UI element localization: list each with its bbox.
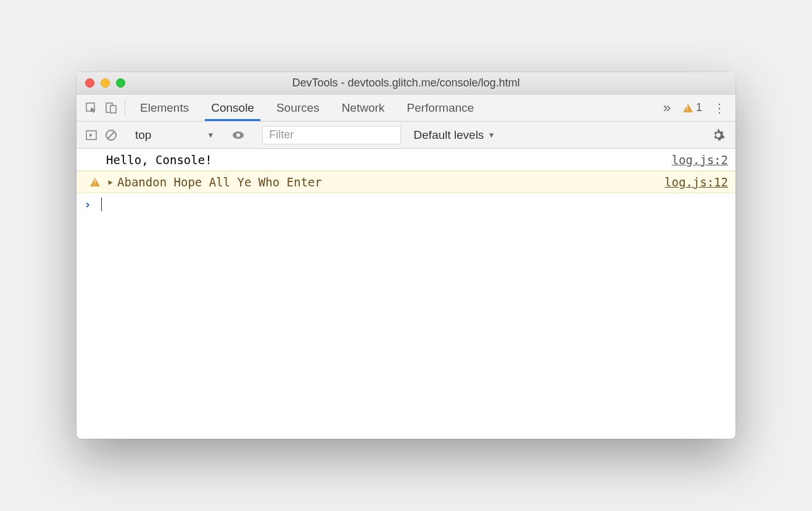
text-cursor [101,197,102,211]
svg-point-7 [236,133,240,137]
window-title: DevTools - devtools.glitch.me/console/lo… [84,77,728,89]
warnings-count: 1 [696,101,702,114]
tab-console[interactable]: Console [200,94,265,121]
svg-line-5 [108,132,114,138]
log-row-warning[interactable]: ▶ Abandon Hope All Ye Who Enter log.js:1… [77,171,735,193]
prompt-chevron-icon: › [84,197,97,212]
zoom-window-button[interactable] [116,78,125,88]
log-levels-select[interactable]: Default levels ▼ [407,128,501,142]
devtools-window: DevTools - devtools.glitch.me/console/lo… [77,72,735,439]
context-label: top [135,128,151,142]
console-toolbar: top ▼ Default levels ▼ [77,122,735,149]
inspect-element-icon[interactable] [81,94,101,121]
close-window-button[interactable] [85,78,94,88]
tab-elements[interactable]: Elements [129,94,200,121]
log-source-link[interactable]: log.js:2 [671,153,728,167]
filter-input[interactable] [262,126,401,144]
kebab-icon: ⋮ [713,101,726,115]
log-row[interactable]: Hello, Console! log.js:2 [77,149,735,171]
log-gutter [84,178,106,186]
chevron-double-right-icon: » [663,100,671,116]
tab-network[interactable]: Network [331,94,396,121]
levels-label: Default levels [413,128,484,142]
context-select[interactable]: top ▼ [129,128,220,142]
console-output: Hello, Console! log.js:2 ▶ Abandon Hope … [77,149,735,439]
log-source-link[interactable]: log.js:12 [665,175,728,189]
toggle-sidebar-button[interactable] [81,125,101,145]
warnings-badge[interactable]: 1 [677,94,708,121]
chevron-down-icon: ▼ [487,131,495,139]
log-message: Abandon Hope All Ye Who Enter [117,175,665,189]
window-titlebar[interactable]: DevTools - devtools.glitch.me/console/lo… [77,72,735,94]
minimize-window-button[interactable] [101,78,110,88]
warning-icon [683,104,693,112]
console-settings-button[interactable] [706,128,731,142]
device-toolbar-icon[interactable] [101,94,121,121]
warning-icon [90,178,100,186]
console-prompt[interactable]: › [77,193,735,215]
settings-menu-button[interactable]: ⋮ [708,94,731,121]
log-message: Hello, Console! [106,153,671,167]
svg-rect-2 [110,106,116,113]
more-tabs-button[interactable]: » [657,94,677,121]
tab-sources[interactable]: Sources [265,94,331,121]
tabbar: Elements Console Sources Network Perform… [77,94,735,122]
traffic-lights [85,78,125,88]
clear-console-button[interactable] [101,125,121,145]
chevron-down-icon: ▼ [207,131,214,139]
live-expression-button[interactable] [228,125,248,145]
tab-performance[interactable]: Performance [396,94,485,121]
separator [125,99,125,116]
disclosure-triangle-icon[interactable]: ▶ [106,178,115,186]
